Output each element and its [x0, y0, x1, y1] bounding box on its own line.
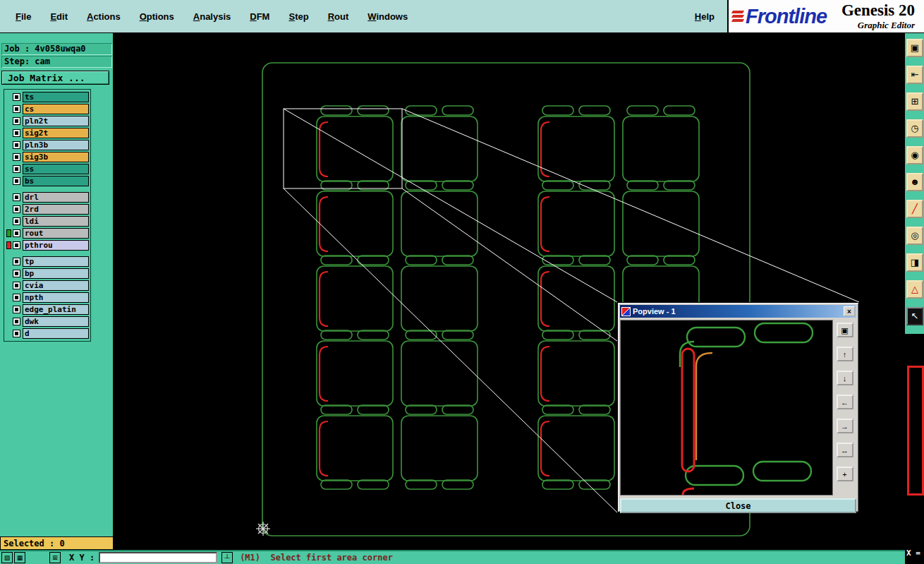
menu-rout[interactable]: Rout — [328, 11, 349, 22]
layer-name[interactable]: rout — [23, 228, 89, 239]
pan-left-button[interactable]: ← — [837, 395, 853, 409]
layer-name[interactable]: sig3b — [23, 152, 89, 162]
layer-checkbox[interactable] — [13, 177, 20, 185]
menu-windows[interactable]: Windows — [367, 11, 408, 22]
layer-name[interactable]: bp — [23, 268, 89, 279]
new-view-button[interactable]: ▣ — [906, 39, 923, 57]
layer-checkbox[interactable] — [13, 258, 20, 265]
layer-checkbox[interactable] — [13, 117, 20, 125]
layer-checkbox[interactable] — [13, 270, 20, 277]
layer-name[interactable]: cvia — [23, 280, 89, 291]
layer-name[interactable]: pln3b — [23, 140, 89, 150]
pan-right-button[interactable]: → — [837, 419, 853, 433]
menu-help[interactable]: Help — [695, 11, 715, 22]
layer-checkbox[interactable] — [13, 165, 20, 173]
layer-row[interactable]: d — [5, 328, 90, 340]
layer-checkbox[interactable] — [13, 241, 20, 249]
layer-row[interactable]: cs — [5, 103, 90, 115]
layer-name[interactable]: pthrou — [23, 240, 89, 251]
layer-row[interactable]: tp — [5, 256, 90, 268]
tile-windows-button[interactable]: ⊞ — [906, 92, 923, 111]
zoom-window-button[interactable]: ▣ — [837, 323, 853, 337]
layer-row[interactable]: pthrou — [5, 239, 90, 251]
layer-row[interactable]: drl — [5, 191, 90, 203]
layer-name[interactable]: ldi — [23, 216, 89, 227]
warning-button[interactable]: △ — [906, 280, 923, 299]
layer-row[interactable]: edge_platin — [5, 304, 90, 316]
menu-actions[interactable]: Actions — [87, 11, 121, 22]
layer-checkbox[interactable] — [13, 229, 20, 237]
layer-row[interactable]: bs — [5, 175, 90, 187]
layer-name[interactable]: tp — [23, 256, 89, 267]
layer-row[interactable]: 2rd — [5, 203, 90, 215]
layer-row[interactable]: pln3b — [5, 139, 90, 151]
layer-checkbox[interactable] — [13, 193, 20, 201]
layer-name[interactable]: d — [23, 328, 89, 339]
close-icon[interactable]: × — [844, 306, 855, 316]
layer-row[interactable]: sig3b — [5, 151, 90, 163]
pan-down-button[interactable]: ↓ — [837, 371, 853, 385]
layer-checkbox[interactable] — [13, 330, 20, 337]
layer-name[interactable]: dwk — [23, 316, 89, 327]
coordinate-input[interactable] — [99, 552, 217, 563]
menu-edit[interactable]: Edit — [50, 11, 68, 22]
layer-checkbox[interactable] — [13, 129, 20, 137]
layer-name[interactable]: npth — [23, 292, 89, 303]
layer-name[interactable]: ss — [23, 164, 89, 174]
layer-checkbox[interactable] — [13, 105, 20, 113]
menu-options[interactable]: Options — [140, 11, 174, 22]
layer-row[interactable]: cvia — [5, 280, 90, 292]
layer-checkbox[interactable] — [13, 282, 20, 289]
units-toggle-button[interactable]: ┴ — [221, 552, 233, 563]
layer-name[interactable]: sig2t — [23, 128, 89, 138]
layer-checkbox[interactable] — [13, 294, 20, 301]
snap-button[interactable]: ◎ — [906, 227, 923, 245]
close-button[interactable]: Close — [620, 498, 856, 513]
layer-name[interactable]: ts — [23, 92, 89, 102]
job-matrix-button[interactable]: Job Matrix ... — [1, 71, 109, 85]
layer-row[interactable]: ss — [5, 163, 90, 175]
grid-toggle-icon: ▦ — [17, 554, 23, 561]
layer-colors-button[interactable]: ◨ — [906, 253, 923, 272]
layer-name[interactable]: pln2t — [23, 116, 89, 126]
fit-view-button[interactable]: ↔ — [837, 443, 853, 457]
overview-pane[interactable] — [907, 366, 924, 496]
layer-checkbox[interactable] — [13, 217, 20, 225]
layer-row[interactable]: npth — [5, 292, 90, 304]
layer-row[interactable]: ldi — [5, 215, 90, 227]
previous-view-button[interactable]: ⇤ — [906, 66, 923, 84]
layer-name[interactable]: bs — [23, 176, 89, 186]
layer-name[interactable]: 2rd — [23, 204, 89, 215]
layer-row[interactable]: ts — [5, 91, 90, 103]
pan-up-button[interactable]: ↑ — [837, 347, 853, 361]
display-mode-button[interactable]: ▧ — [1, 552, 13, 563]
layer-row[interactable]: dwk — [5, 316, 90, 328]
users-button[interactable]: ☻ — [906, 173, 923, 191]
layer-checkbox[interactable] — [13, 153, 20, 161]
menu-analysis[interactable]: Analysis — [193, 11, 231, 22]
move-view-button[interactable]: + — [837, 467, 853, 481]
popview-title-bar[interactable]: Popview - 1 × — [620, 305, 856, 318]
grid-toggle-button[interactable]: ▦ — [14, 552, 25, 563]
layer-checkbox[interactable] — [13, 205, 20, 213]
measure-button[interactable]: ╱ — [906, 200, 923, 218]
layer-checkbox[interactable] — [13, 141, 20, 149]
layer-checkbox[interactable] — [13, 306, 20, 313]
popview-canvas[interactable] — [620, 320, 833, 496]
layer-checkbox[interactable] — [13, 93, 20, 101]
layer-name[interactable]: cs — [23, 104, 89, 114]
target-button[interactable]: ◉ — [906, 146, 923, 164]
menu-file[interactable]: File — [16, 11, 31, 22]
layer-row[interactable]: sig2t — [5, 127, 90, 139]
menu-step[interactable]: Step — [288, 11, 308, 22]
clock-button[interactable]: ◷ — [906, 119, 923, 138]
layer-checkbox[interactable] — [13, 318, 20, 325]
layer-row[interactable]: rout — [5, 227, 90, 239]
layer-row[interactable]: bp — [5, 268, 90, 280]
layer-row[interactable]: pln2t — [5, 115, 90, 127]
layer-name[interactable]: drl — [23, 192, 89, 203]
menu-dfm[interactable]: DFM — [250, 11, 269, 22]
snap-grid-button[interactable]: ⊞ — [49, 552, 61, 563]
select-tool-button[interactable]: ↖ — [906, 307, 923, 325]
layer-name[interactable]: edge_platin — [23, 304, 89, 315]
